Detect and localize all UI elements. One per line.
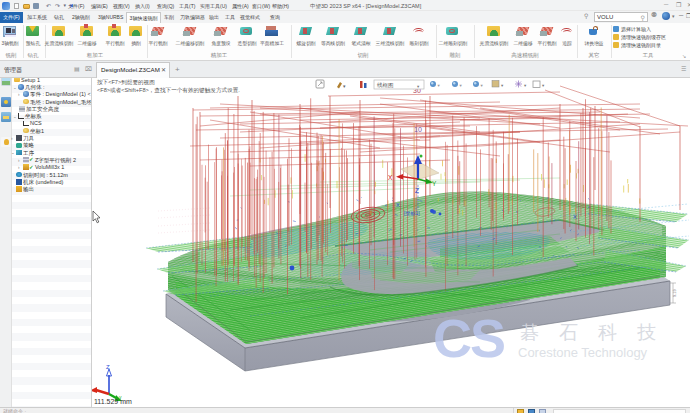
svg-text:9.19: 9.19 [672,288,677,297]
svg-text:▾: ▾ [343,83,346,89]
svg-text:[坐标1]: [坐标1] [404,210,420,217]
svg-text:▾: ▾ [460,83,463,88]
svg-text:▾: ▾ [524,83,527,88]
svg-text:CS: CS [433,308,504,368]
svg-text:10: 10 [414,126,422,133]
svg-text:<F8>或者<Shift+F8>，查找下一个有效的键触发方式: <F8>或者<Shift+F8>，查找下一个有效的键触发方式设置. [97,87,240,94]
svg-text:▾: ▾ [438,83,441,88]
svg-text:▾: ▾ [481,83,484,88]
svg-text:碁石科技: 碁石科技 [520,322,676,343]
svg-text:X: X [396,202,400,208]
svg-text:Z: Z [106,364,110,370]
svg-text:Corestone Technology: Corestone Technology [518,345,648,360]
svg-text:Y: Y [432,180,437,187]
svg-text:按下<F7>到想要的视图: 按下<F7>到想要的视图 [97,79,155,86]
svg-text:X: X [388,174,393,181]
svg-text:111.529 mm: 111.529 mm [94,398,132,405]
svg-text:线框图: 线框图 [377,82,394,89]
svg-text:▾: ▾ [542,83,545,88]
svg-text:▾: ▾ [501,83,504,88]
svg-text:X: X [573,214,577,220]
svg-text:Z: Z [415,187,419,194]
